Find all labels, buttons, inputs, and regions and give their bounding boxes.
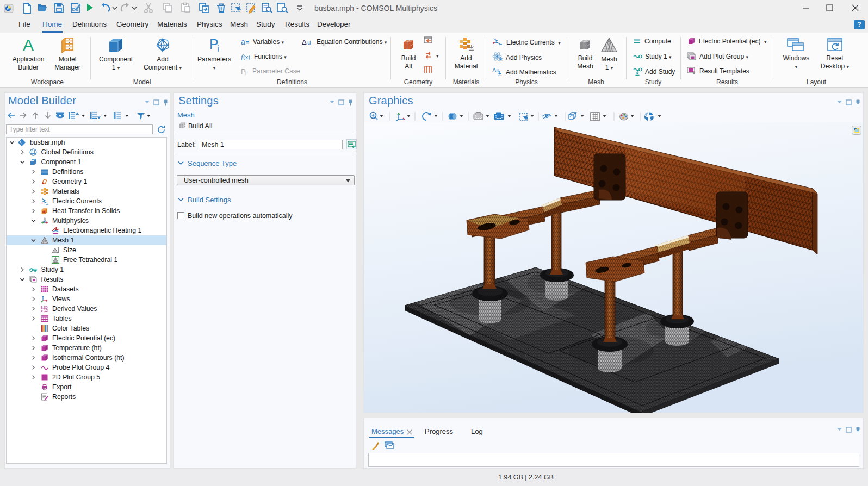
svg-text:Definitions: Definitions bbox=[52, 168, 83, 176]
svg-text:Global Definitions: Global Definitions bbox=[41, 148, 94, 156]
svg-text:Geometry 1: Geometry 1 bbox=[52, 178, 87, 185]
svg-text:i: i bbox=[245, 71, 246, 75]
svg-text:Export: Export bbox=[52, 383, 72, 391]
svg-text:Size: Size bbox=[63, 246, 76, 254]
svg-text:Temperature (ht): Temperature (ht) bbox=[52, 344, 102, 352]
svg-text:Electric Currents: Electric Currents bbox=[52, 197, 102, 205]
svg-text:Electric Potential (ec): Electric Potential (ec) bbox=[52, 334, 115, 342]
svg-text:Reports: Reports bbox=[52, 393, 76, 401]
svg-text:Isothermal Contours (ht): Isothermal Contours (ht) bbox=[52, 354, 125, 362]
svg-text:Results: Results bbox=[41, 276, 64, 283]
svg-text:Δ: Δ bbox=[302, 39, 307, 46]
svg-text:Mesh 1: Mesh 1 bbox=[52, 236, 74, 244]
svg-text:2D Plot Group 5: 2D Plot Group 5 bbox=[52, 373, 100, 381]
svg-text:Free Tetrahedral 1: Free Tetrahedral 1 bbox=[63, 256, 117, 264]
svg-text:Color Tables: Color Tables bbox=[52, 325, 89, 332]
svg-text:u: u bbox=[307, 39, 311, 46]
svg-text:Derived Values: Derived Values bbox=[52, 305, 97, 313]
svg-text:Multiphysics: Multiphysics bbox=[52, 217, 89, 225]
svg-text:Views: Views bbox=[52, 295, 70, 303]
svg-text:Materials: Materials bbox=[52, 188, 79, 195]
svg-text:(x): (x) bbox=[243, 54, 250, 60]
svg-text:Electromagnetic Heating 1: Electromagnetic Heating 1 bbox=[63, 227, 141, 234]
svg-text:Component 1: Component 1 bbox=[41, 158, 82, 166]
svg-text:Δu: Δu bbox=[492, 67, 499, 73]
svg-text:Datasets: Datasets bbox=[52, 285, 79, 293]
svg-text:busbar.mph: busbar.mph bbox=[30, 139, 65, 146]
svg-text:a: a bbox=[241, 39, 245, 46]
svg-text:i: i bbox=[217, 43, 219, 53]
svg-text:Tables: Tables bbox=[52, 315, 72, 322]
svg-text:A: A bbox=[23, 37, 34, 53]
svg-text:Probe Plot Group 4: Probe Plot Group 4 bbox=[52, 364, 109, 371]
svg-text:Study 1: Study 1 bbox=[41, 266, 64, 273]
svg-text:Heat Transfer in Solids: Heat Transfer in Solids bbox=[52, 207, 120, 215]
